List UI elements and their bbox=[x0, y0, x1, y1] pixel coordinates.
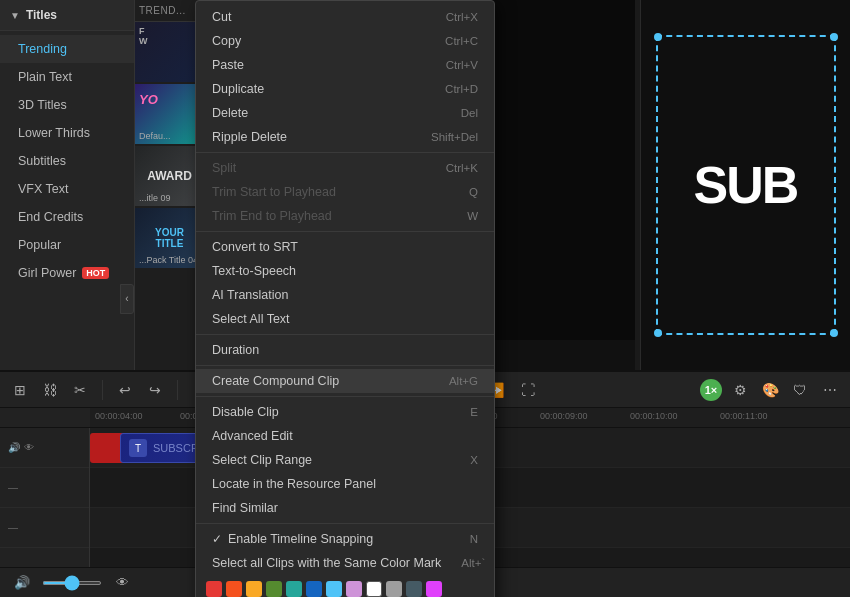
tl-undo-btn[interactable]: ↩ bbox=[113, 378, 137, 402]
sidebar-item-subtitles[interactable]: Subtitles bbox=[0, 147, 134, 175]
swatch-orange[interactable] bbox=[226, 581, 242, 597]
tl-shield-btn[interactable]: 🛡 bbox=[788, 378, 812, 402]
context-menu-delete[interactable]: Delete Del bbox=[196, 101, 494, 125]
context-menu-copy[interactable]: Copy Ctrl+C bbox=[196, 29, 494, 53]
handle-bottom-left[interactable] bbox=[654, 329, 662, 337]
handle-top-right[interactable] bbox=[830, 33, 838, 41]
handle-top-left[interactable] bbox=[654, 33, 662, 41]
swatch-gray[interactable] bbox=[386, 581, 402, 597]
tl-sep-2 bbox=[177, 380, 178, 400]
thumbnail-2[interactable]: YO Defau... bbox=[135, 84, 204, 144]
swatch-pink[interactable] bbox=[426, 581, 442, 597]
tl-color-btn[interactable]: 🎨 bbox=[758, 378, 782, 402]
context-menu-trim-end: Trim End to Playhead W bbox=[196, 204, 494, 228]
swatch-teal[interactable] bbox=[286, 581, 302, 597]
context-menu-locate-resource[interactable]: Locate in the Resource Panel bbox=[196, 472, 494, 496]
thumb-text-3: AWARD bbox=[147, 169, 192, 183]
tl-settings-btn[interactable]: ⚙ bbox=[728, 378, 752, 402]
context-menu-paste[interactable]: Paste Ctrl+V bbox=[196, 53, 494, 77]
sidebar-item-end-credits[interactable]: End Credits bbox=[0, 203, 134, 231]
context-menu-duration[interactable]: Duration bbox=[196, 338, 494, 362]
tl-speed-btn[interactable]: 1× bbox=[700, 379, 722, 401]
bottom-eye-btn[interactable]: 👁 bbox=[110, 571, 134, 595]
track-label-3: — bbox=[0, 508, 89, 548]
context-menu-ai-translation[interactable]: AI Translation bbox=[196, 283, 494, 307]
sidebar-collapse-button[interactable]: ‹ bbox=[120, 284, 134, 314]
ruler-label-spacer bbox=[0, 408, 90, 427]
track-2-icon: — bbox=[8, 482, 18, 493]
context-menu-find-similar[interactable]: Find Similar bbox=[196, 496, 494, 520]
ruler-time-6: 00:00:10:00 bbox=[630, 411, 678, 421]
context-menu-convert-srt[interactable]: Convert to SRT bbox=[196, 235, 494, 259]
context-menu-snapping[interactable]: ✓ Enable Timeline Snapping N bbox=[196, 527, 494, 551]
context-menu-compound[interactable]: Create Compound Clip Alt+G bbox=[196, 369, 494, 393]
sidebar-item-3d-titles[interactable]: 3D Titles bbox=[0, 91, 134, 119]
thumb-label-2: Defau... bbox=[139, 131, 171, 141]
swatch-blue-light[interactable] bbox=[326, 581, 342, 597]
sidebar-item-plain-text[interactable]: Plain Text bbox=[0, 63, 134, 91]
thumb-label-4: ...Pack Title 04 bbox=[139, 255, 198, 265]
context-menu-select-range[interactable]: Select Clip Range X bbox=[196, 448, 494, 472]
bottom-vol-btn[interactable]: 🔊 bbox=[10, 571, 34, 595]
chevron-left-icon: ‹ bbox=[125, 293, 128, 304]
context-menu: Cut Ctrl+X Copy Ctrl+C Paste Ctrl+V Dupl… bbox=[195, 0, 495, 597]
swatch-purple-light[interactable] bbox=[346, 581, 362, 597]
thumbnail-3[interactable]: AWARD ...itle 09 bbox=[135, 146, 204, 206]
ruler-time-7: 00:00:11:00 bbox=[720, 411, 768, 421]
separator-4 bbox=[196, 365, 494, 366]
clip-subscribe-icon: T bbox=[129, 439, 147, 457]
thumb-label-3: ...itle 09 bbox=[139, 193, 171, 203]
tl-right-icons: 1× ⚙ 🎨 🛡 ⋯ bbox=[700, 378, 842, 402]
separator-1 bbox=[196, 152, 494, 153]
thumb-text-2: YO bbox=[139, 92, 158, 107]
context-menu-select-all-text[interactable]: Select All Text bbox=[196, 307, 494, 331]
thumb-strip-header: TREND... bbox=[135, 0, 204, 22]
swatch-blue-dark[interactable] bbox=[306, 581, 322, 597]
separator-3 bbox=[196, 334, 494, 335]
sidebar-item-lower-thirds[interactable]: Lower Thirds bbox=[0, 119, 134, 147]
pb-fullscreen-btn[interactable]: ⛶ bbox=[516, 378, 540, 402]
swatch-red[interactable] bbox=[206, 581, 222, 597]
sidebar-item-girl-power[interactable]: Girl Power HOT bbox=[0, 259, 134, 287]
context-menu-split: Split Ctrl+K bbox=[196, 156, 494, 180]
preview-right: SUB bbox=[640, 0, 850, 370]
tl-scissors-btn[interactable]: ✂ bbox=[68, 378, 92, 402]
swatch-green-dark[interactable] bbox=[266, 581, 282, 597]
color-swatches bbox=[196, 575, 494, 597]
context-menu-advanced-edit[interactable]: Advanced Edit bbox=[196, 424, 494, 448]
tl-more-btn[interactable]: ⋯ bbox=[818, 378, 842, 402]
swatch-yellow[interactable] bbox=[246, 581, 262, 597]
context-menu-tts[interactable]: Text-to-Speech bbox=[196, 259, 494, 283]
context-menu-cut[interactable]: Cut Ctrl+X bbox=[196, 5, 494, 29]
context-menu-duplicate[interactable]: Duplicate Ctrl+D bbox=[196, 77, 494, 101]
handle-bottom-right[interactable] bbox=[830, 329, 838, 337]
tl-grid-btn[interactable]: ⊞ bbox=[8, 378, 32, 402]
sidebar-header: ▼ Titles bbox=[0, 0, 134, 31]
sidebar-item-popular[interactable]: Popular bbox=[0, 231, 134, 259]
swatch-white[interactable] bbox=[366, 581, 382, 597]
tl-redo-btn[interactable]: ↪ bbox=[143, 378, 167, 402]
volume-slider[interactable] bbox=[42, 581, 102, 585]
track-3-icon: — bbox=[8, 522, 18, 533]
context-menu-ripple-delete[interactable]: Ripple Delete Shift+Del bbox=[196, 125, 494, 149]
sidebar-title: Titles bbox=[26, 8, 57, 22]
preview-selection-box[interactable]: SUB bbox=[656, 35, 836, 335]
separator-5 bbox=[196, 396, 494, 397]
track-eye-icon[interactable]: 👁 bbox=[24, 442, 34, 453]
preview-sub-text: SUB bbox=[694, 155, 798, 215]
track-volume-icon[interactable]: 🔊 bbox=[8, 442, 20, 453]
context-menu-trim-start: Trim Start to Playhead Q bbox=[196, 180, 494, 204]
sidebar-item-vfx-text[interactable]: VFX Text bbox=[0, 175, 134, 203]
tl-link-btn[interactable]: ⛓ bbox=[38, 378, 62, 402]
sidebar-item-trending[interactable]: Trending bbox=[0, 35, 134, 63]
sidebar-items-list: Trending Plain Text 3D Titles Lower Thir… bbox=[0, 31, 134, 291]
context-menu-same-color[interactable]: Select all Clips with the Same Color Mar… bbox=[196, 551, 494, 575]
thumbnail-4[interactable]: YOUR TITLE ...Pack Title 04 bbox=[135, 208, 204, 268]
thumbnail-1[interactable]: FW bbox=[135, 22, 204, 82]
tl-sep-1 bbox=[102, 380, 103, 400]
thumb-text-1: FW bbox=[135, 22, 152, 50]
context-menu-disable-clip[interactable]: Disable Clip E bbox=[196, 400, 494, 424]
separator-2 bbox=[196, 231, 494, 232]
sidebar-collapse-arrow[interactable]: ▼ bbox=[10, 10, 20, 21]
swatch-blue-gray[interactable] bbox=[406, 581, 422, 597]
